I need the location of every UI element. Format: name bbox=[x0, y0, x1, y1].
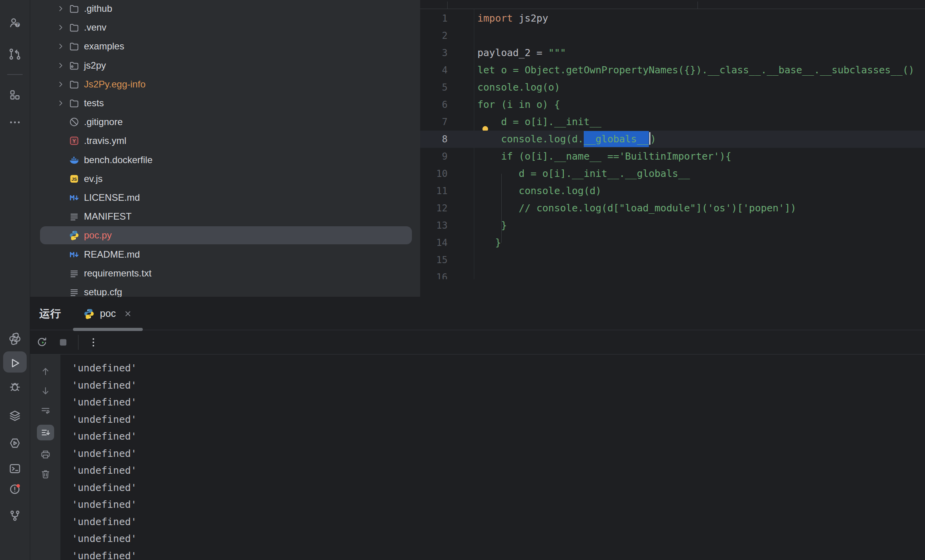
tree-item-label: MANIFEST bbox=[84, 211, 131, 222]
strip-button-pull-requests[interactable] bbox=[0, 46, 30, 62]
code-line-5[interactable]: 5console.log(o) bbox=[420, 79, 925, 96]
strip-button-more-horizontal[interactable] bbox=[0, 115, 30, 130]
version-control-icon bbox=[8, 509, 22, 522]
code-line-9[interactable]: 9 if (o[i].__name__ =='BuiltinImporter')… bbox=[420, 148, 925, 165]
code-line-1[interactable]: 1import js2py bbox=[420, 10, 925, 27]
tree-item-readme-md[interactable]: README.md bbox=[30, 245, 420, 264]
console-printer-button[interactable] bbox=[40, 449, 51, 460]
tree-item-examples[interactable]: examples bbox=[30, 37, 420, 56]
python-icon bbox=[83, 308, 95, 320]
strip-button-user-help[interactable]: ? bbox=[0, 15, 30, 31]
code-line-13[interactable]: 13 } bbox=[420, 217, 925, 234]
tree-item--gitignore[interactable]: .gitignore bbox=[30, 113, 420, 131]
line-number: 15 bbox=[420, 251, 448, 269]
main-tool-strip: ? bbox=[0, 0, 30, 560]
code-line-8[interactable]: 8 console.log(d.__globals__) bbox=[420, 131, 925, 148]
strip-button-services[interactable] bbox=[0, 408, 30, 424]
tree-item-poc-py[interactable]: poc.py bbox=[30, 226, 420, 245]
tree-item-label: .github bbox=[84, 3, 112, 14]
run-console: 'undefined''undefined''undefined''undefi… bbox=[30, 355, 925, 560]
tree-item-setup-cfg[interactable]: setup.cfg bbox=[30, 283, 420, 297]
folder-icon bbox=[69, 98, 80, 109]
console-output-line: 'undefined' bbox=[72, 547, 925, 560]
console-output[interactable]: 'undefined''undefined''undefined''undefi… bbox=[60, 355, 925, 560]
code-editor[interactable]: 1import js2py23payload_2 = """4let o = O… bbox=[420, 0, 925, 279]
strip-button-structure[interactable] bbox=[0, 87, 30, 103]
strip-button-debug[interactable] bbox=[0, 379, 30, 395]
line-number: 14 bbox=[420, 234, 448, 251]
run-toolbar-rerun-button[interactable] bbox=[35, 336, 49, 349]
console-output-line: 'undefined' bbox=[72, 513, 925, 531]
code-line-6[interactable]: 6for (i in o) { bbox=[420, 96, 925, 113]
code-line-15[interactable]: 15 bbox=[420, 251, 925, 269]
tree-item-js2py[interactable]: js2py bbox=[30, 56, 420, 75]
run-tab-poc[interactable]: poc bbox=[73, 297, 143, 330]
tree-item--github[interactable]: .github bbox=[30, 0, 420, 18]
chevron-spacer bbox=[55, 192, 67, 204]
tree-item-label: examples bbox=[84, 41, 124, 52]
strip-button-problems[interactable] bbox=[0, 481, 30, 496]
console-trash-button[interactable] bbox=[40, 469, 51, 480]
code-line-text: console.log(d) bbox=[477, 182, 601, 200]
code-line-16[interactable]: 16 bbox=[420, 269, 925, 279]
console-soft-wrap-button[interactable] bbox=[40, 405, 51, 416]
console-side-toolbar bbox=[30, 355, 60, 560]
line-number: 3 bbox=[420, 44, 448, 62]
chevron-right-icon[interactable] bbox=[56, 98, 66, 108]
editor-code-area[interactable]: 1import js2py23payload_2 = """4let o = O… bbox=[420, 9, 925, 279]
strip-button-version-control[interactable] bbox=[0, 508, 30, 524]
trash-icon bbox=[40, 469, 51, 480]
tree-item-requirements-txt[interactable]: requirements.txt bbox=[30, 264, 420, 283]
tree-item--venv[interactable]: .venv bbox=[30, 18, 420, 37]
code-line-text: // console.log(d["load_module"]('os')['p… bbox=[477, 200, 796, 217]
tree-item-ev-js[interactable]: JSev.js bbox=[30, 169, 420, 188]
console-arrow-up-button[interactable] bbox=[40, 366, 51, 377]
strip-button-python-packages[interactable] bbox=[0, 435, 30, 451]
code-line-7[interactable]: 7 d = o[i].__init__ bbox=[420, 113, 925, 131]
close-icon[interactable] bbox=[123, 309, 133, 318]
svg-text:JS: JS bbox=[71, 176, 77, 181]
run-panel-header: 运行 poc bbox=[30, 297, 925, 330]
code-line-2[interactable]: 2 bbox=[420, 27, 925, 44]
code-line-text: d = o[i].__init__.__globals__ bbox=[477, 165, 690, 182]
chevron-right-icon[interactable] bbox=[56, 42, 66, 51]
tree-item-js2py-egg-info[interactable]: Js2Py.egg-info bbox=[30, 75, 420, 94]
console-arrow-down-button[interactable] bbox=[40, 385, 51, 396]
code-line-3[interactable]: 3payload_2 = """ bbox=[420, 44, 925, 62]
selected-text: __globals__ bbox=[584, 131, 649, 147]
run-toolbar-kebab-button[interactable] bbox=[87, 336, 100, 349]
tree-item-label: .venv bbox=[84, 22, 106, 33]
strip-button-run[interactable] bbox=[0, 355, 30, 371]
tree-item--travis-yml[interactable]: Y.travis.yml bbox=[30, 131, 420, 150]
line-number: 6 bbox=[420, 96, 448, 113]
chevron-right-icon[interactable] bbox=[56, 61, 66, 70]
chevron-right-icon[interactable] bbox=[56, 4, 66, 13]
run-toolbar-stop-button[interactable] bbox=[56, 336, 70, 349]
chevron-right-icon[interactable] bbox=[56, 80, 66, 89]
soft-wrap-icon bbox=[40, 405, 51, 416]
tree-item-tests[interactable]: tests bbox=[30, 94, 420, 113]
strip-button-python-console[interactable] bbox=[0, 331, 30, 347]
tree-item-manifest[interactable]: MANIFEST bbox=[30, 207, 420, 226]
code-line-4[interactable]: 4let o = Object.getOwnPropertyNames({}).… bbox=[420, 62, 925, 79]
close-icon[interactable] bbox=[123, 309, 133, 318]
code-line-text: import js2py bbox=[477, 10, 548, 27]
code-line-11[interactable]: 11 console.log(d) bbox=[420, 182, 925, 200]
line-number: 11 bbox=[420, 182, 448, 200]
folder-icon bbox=[69, 79, 80, 90]
stop-icon bbox=[57, 336, 69, 349]
strip-button-terminal[interactable] bbox=[0, 461, 30, 476]
arrow-down-icon bbox=[40, 385, 51, 396]
chevron-right-icon[interactable] bbox=[56, 23, 66, 32]
chevron-spacer bbox=[55, 173, 67, 185]
console-scroll-end-button[interactable] bbox=[37, 425, 54, 440]
chevron-spacer bbox=[55, 286, 67, 297]
code-line-12[interactable]: 12 // console.log(d["load_module"]('os')… bbox=[420, 200, 925, 217]
code-line-10[interactable]: 10 d = o[i].__init__.__globals__ bbox=[420, 165, 925, 182]
code-line-14[interactable]: 14 } bbox=[420, 234, 925, 251]
tree-item-label: js2py bbox=[84, 60, 106, 71]
tree-item-license-md[interactable]: LICENSE.md bbox=[30, 188, 420, 207]
tree-item-bench-dockerfile[interactable]: bench.dockerfile bbox=[30, 151, 420, 169]
line-number: 7 bbox=[420, 113, 448, 131]
svg-text:?: ? bbox=[16, 22, 19, 27]
